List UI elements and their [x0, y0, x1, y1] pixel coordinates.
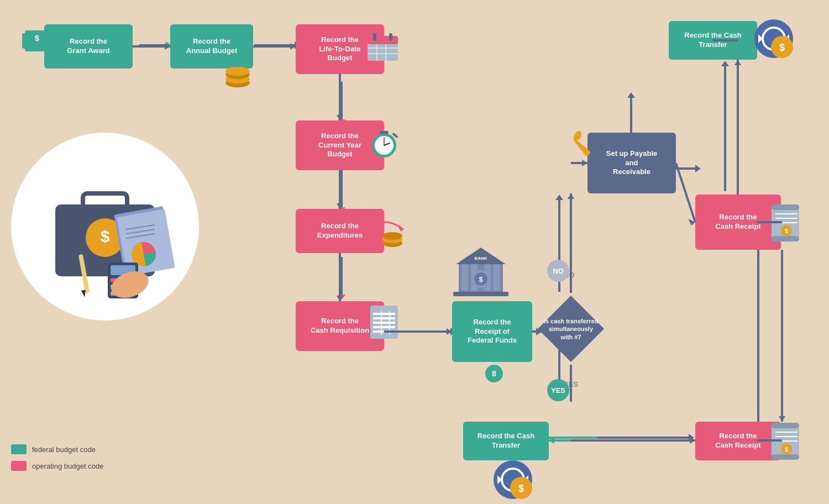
- node-cash-receipt-top-label: Record the Cash Receipt: [715, 213, 760, 232]
- svg-line-115: [676, 163, 695, 222]
- step-8-badge: 8: [485, 365, 503, 382]
- legend-federal-color: [11, 444, 27, 454]
- arrow-lifeto-currentyear: [340, 82, 343, 120]
- node-federal-funds: Record the Receipt of Federal Funds: [452, 301, 532, 362]
- arrow-currentyear-expenditures: [340, 170, 343, 208]
- arrow-cashreceipt-cashtransfer-top: [724, 65, 726, 191]
- svg-marker-116: [688, 219, 695, 225]
- arrow-rightside-vertical: [757, 218, 759, 437]
- svg-marker-112: [568, 193, 574, 199]
- node-cash-transfer-bottom: Record the Cash Transfer: [463, 422, 549, 460]
- icon-bank: BANK $: [453, 238, 508, 301]
- node-current-year-label: Record the Current Year Budget: [318, 132, 361, 160]
- svg-rect-91: [772, 454, 799, 460]
- node-expenditures-label: Record the Expenditures: [317, 222, 363, 240]
- node-cash-transfer-bottom-label: Record the Cash Transfer: [478, 432, 534, 450]
- yes-circle: YES: [547, 379, 569, 401]
- legend-operating-color: [11, 461, 27, 471]
- svg-rect-63: [494, 264, 500, 291]
- svg-rect-34: [368, 36, 398, 44]
- no-circle: NO: [547, 260, 569, 282]
- icon-wrench: [569, 128, 591, 161]
- icon-refresh-dollar-top: $: [752, 17, 796, 63]
- svg-rect-77: [772, 204, 799, 210]
- node-cash-receipt-bottom-label: Record the Cash Receipt: [715, 432, 760, 450]
- node-diamond-decision: Is cash transferred simultaneously with …: [535, 293, 607, 365]
- icon-expenditures: [368, 218, 412, 251]
- node-setup-payable-label: Set up Payable and Receivable: [606, 149, 657, 177]
- svg-rect-78: [772, 236, 799, 242]
- svg-text:$: $: [518, 483, 524, 494]
- arrow-yes-cashreceipt-bottom: [596, 437, 690, 439]
- node-grant-award: Record the Grant Award: [44, 24, 133, 69]
- svg-rect-52: [373, 313, 395, 315]
- svg-text:BANK: BANK: [474, 256, 487, 261]
- node-setup-payable: Set up Payable and Receivable: [587, 133, 676, 193]
- legend-operating: operating budget code: [11, 461, 103, 471]
- svg-rect-56: [373, 330, 395, 333]
- illustration-circle: $: [11, 133, 199, 321]
- icon-stopwatch: [368, 124, 401, 162]
- icon-scroll-dollar-top: $: [767, 202, 803, 245]
- legend-operating-label: operating budget code: [32, 462, 103, 470]
- svg-rect-90: [772, 423, 799, 428]
- icon-refresh-dollar-bottom: $: [491, 458, 535, 504]
- node-cash-req-label: Record the Cash Requisition: [311, 317, 369, 335]
- icon-document: [368, 303, 401, 344]
- svg-point-32: [225, 67, 250, 76]
- legend-federal-label: federal budget code: [32, 445, 96, 454]
- svg-rect-53: [373, 317, 395, 319]
- arrow-expenditures-cashreq: [340, 257, 343, 296]
- node-grant-award-label: Record the Grant Award: [67, 37, 109, 56]
- svg-rect-69: [453, 292, 508, 296]
- icon-scroll-dollar-bottom: $: [767, 420, 803, 464]
- node-annual-budget: Record the Annual Budget: [170, 24, 253, 69]
- svg-text:$: $: [35, 34, 39, 43]
- arrow-cashreq-federal: [396, 330, 452, 333]
- svg-text:$: $: [779, 42, 785, 53]
- svg-text:$: $: [785, 228, 788, 234]
- node-cash-transfer-top: Record the Cash Transfer: [669, 21, 757, 60]
- svg-text:$: $: [785, 446, 788, 453]
- icon-money-bills: $: [22, 28, 53, 57]
- briefcase-illustration: $: [22, 144, 188, 309]
- svg-rect-35: [373, 33, 376, 41]
- node-life-to-date-label: Record the Life-To-Date Budget: [319, 35, 361, 64]
- svg-text:$: $: [479, 276, 483, 284]
- node-annual-budget-label: Record the Annual Budget: [186, 37, 237, 56]
- arrow-annual-to-lifeto: [254, 44, 296, 46]
- legend-federal: federal budget code: [11, 444, 103, 454]
- svg-rect-45: [380, 131, 389, 134]
- svg-rect-55: [373, 326, 395, 328]
- legend: federal budget code operating budget cod…: [11, 444, 103, 471]
- svg-rect-60: [461, 264, 468, 291]
- node-federal-funds-label: Record the Receipt of Federal Funds: [468, 318, 517, 346]
- diamond-label: Is cash transferred simultaneously with …: [543, 317, 599, 341]
- svg-marker-118: [734, 60, 741, 65]
- svg-point-50: [382, 232, 402, 240]
- icon-calendar: [365, 30, 401, 66]
- svg-text:$: $: [101, 227, 110, 245]
- node-cash-transfer-top-label: Record the Cash Transfer: [684, 31, 741, 50]
- arrow-grant-to-annual: [139, 44, 167, 46]
- svg-rect-36: [389, 33, 392, 41]
- icon-coins: [221, 64, 254, 93]
- svg-rect-54: [373, 322, 395, 324]
